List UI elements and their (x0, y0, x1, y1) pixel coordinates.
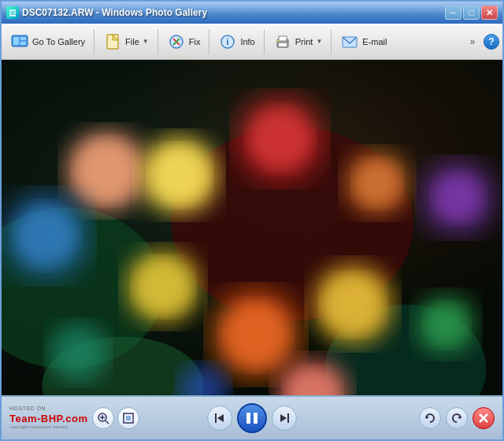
svg-rect-14 (277, 40, 279, 42)
titlebar-buttons: ─ □ ✕ (445, 6, 498, 20)
zoom-controls (92, 407, 139, 429)
info-label: Info (240, 37, 254, 46)
zoom-in-icon (97, 412, 109, 424)
close-button[interactable]: ✕ (481, 6, 498, 20)
go-to-gallery-button[interactable]: Go To Gallery (5, 26, 91, 57)
email-button[interactable]: E-mail (335, 26, 392, 57)
svg-marker-58 (280, 414, 287, 422)
first-button[interactable] (207, 406, 232, 431)
rotate-left-button[interactable] (419, 407, 441, 429)
maximize-button[interactable]: □ (463, 6, 480, 20)
svg-rect-52 (126, 416, 131, 421)
email-icon (340, 32, 359, 51)
svg-point-45 (50, 324, 108, 382)
main-window: 🖼 DSC07132.ARW - Windows Photo Gallery ─… (0, 0, 504, 441)
fit-screen-button[interactable] (117, 407, 139, 429)
info-button[interactable]: i Info (213, 26, 260, 57)
play-icon (245, 411, 259, 425)
print-content: Print ▼ (273, 32, 323, 51)
svg-point-24 (76, 140, 137, 202)
print-icon (273, 32, 292, 51)
svg-point-40 (324, 276, 382, 334)
svg-marker-59 (426, 416, 429, 419)
svg-point-32 (434, 173, 483, 222)
svg-rect-2 (20, 37, 26, 40)
file-content: File ▼ (103, 32, 149, 51)
logo: HOSTED ON Team-BHP.com copyright respect… (9, 406, 87, 430)
minimize-button[interactable]: ─ (445, 6, 461, 20)
svg-point-36 (135, 259, 191, 314)
file-label: File (125, 37, 139, 46)
svg-point-28 (250, 108, 311, 169)
go-to-gallery-label: Go To Gallery (32, 37, 85, 46)
go-to-gallery-content: Go To Gallery (10, 32, 85, 51)
rotate-left-icon (424, 412, 436, 424)
rotate-right-button[interactable] (446, 407, 468, 429)
svg-rect-12 (279, 36, 287, 41)
svg-point-30 (354, 161, 399, 206)
gallery-icon (10, 32, 29, 51)
separator-4 (264, 29, 265, 54)
file-dropdown-arrow: ▼ (143, 38, 149, 45)
window-title: DSC07132.ARW - Windows Photo Gallery (22, 7, 207, 18)
svg-text:i: i (227, 37, 229, 46)
app-icon: 🖼 (6, 6, 19, 19)
separator-3 (209, 29, 209, 54)
logo-hosted: HOSTED ON (9, 406, 46, 412)
svg-marker-60 (458, 416, 461, 419)
navigation-controls (207, 403, 297, 433)
email-label: E-mail (362, 37, 387, 46)
logo-copyright: copyright respective owners (9, 424, 68, 430)
titlebar-left: 🖼 DSC07132.ARW - Windows Photo Gallery (6, 6, 207, 19)
fix-icon (167, 32, 186, 51)
photo-image (2, 60, 502, 395)
svg-point-42 (425, 303, 467, 345)
email-content: E-mail (340, 32, 387, 51)
last-icon (278, 412, 291, 424)
delete-icon (478, 413, 489, 424)
print-label: Print (295, 37, 313, 46)
bottom-strip: HOSTED ON Team-BHP.com copyright respect… (2, 395, 502, 439)
fix-button[interactable]: Fix (161, 26, 206, 57)
last-button[interactable] (272, 406, 297, 431)
fit-icon (122, 412, 135, 424)
info-content: i Info (218, 32, 254, 51)
file-icon (103, 32, 122, 51)
photo-area (2, 60, 502, 395)
separator-5 (331, 29, 332, 54)
play-button[interactable] (237, 403, 267, 433)
titlebar: 🖼 DSC07132.ARW - Windows Photo Gallery ─… (2, 2, 502, 24)
svg-point-26 (151, 146, 208, 203)
svg-point-38 (224, 302, 288, 367)
fix-label: Fix (189, 37, 201, 46)
toolbar-overflow: » ? (465, 32, 499, 51)
separator-1 (94, 29, 94, 54)
delete-button[interactable] (472, 407, 495, 429)
bottom-left: HOSTED ON Team-BHP.com copyright respect… (9, 406, 139, 430)
svg-marker-54 (217, 414, 224, 422)
bottom-right (419, 407, 495, 429)
toolbar: Go To Gallery File ▼ (2, 24, 502, 60)
svg-point-34 (15, 205, 76, 266)
file-button[interactable]: File ▼ (98, 26, 154, 57)
print-dropdown-arrow: ▼ (316, 38, 322, 45)
help-button[interactable]: ? (484, 34, 499, 50)
svg-rect-3 (20, 42, 26, 45)
overflow-button[interactable]: » (465, 32, 480, 51)
rotate-right-icon (450, 412, 463, 424)
first-icon (213, 412, 226, 424)
svg-rect-1 (13, 37, 19, 45)
print-button[interactable]: Print ▼ (268, 26, 328, 57)
zoom-in-button[interactable] (92, 407, 114, 429)
svg-rect-56 (254, 413, 258, 424)
logo-name: Team-BHP.com (9, 413, 87, 425)
separator-2 (158, 29, 158, 54)
svg-rect-55 (246, 413, 250, 424)
fix-content: Fix (167, 32, 201, 51)
svg-line-48 (106, 421, 109, 424)
info-icon: i (218, 32, 237, 51)
svg-rect-13 (279, 43, 287, 46)
